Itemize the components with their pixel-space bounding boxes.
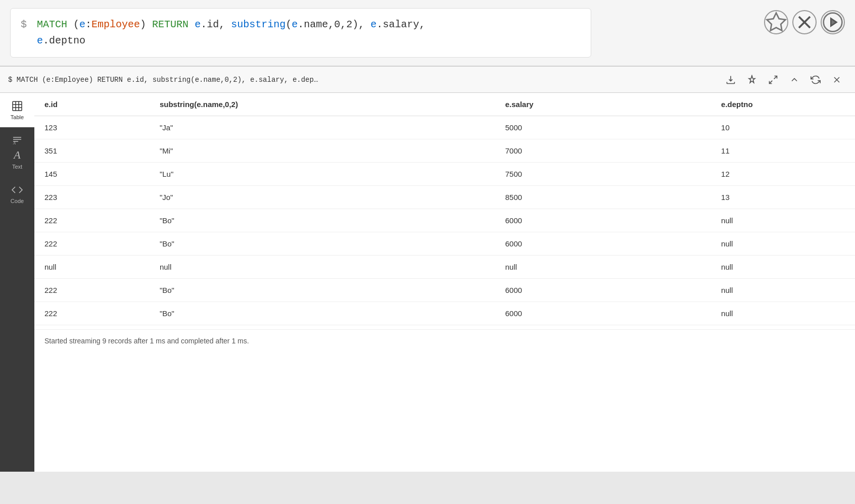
cell-name: "Jo" bbox=[150, 186, 495, 209]
cell-deptno: null bbox=[711, 209, 855, 232]
paren-close: ) bbox=[140, 17, 152, 33]
cell-id: 145 bbox=[34, 163, 150, 186]
cell-salary: 6000 bbox=[495, 209, 711, 232]
cell-name: "Ja" bbox=[150, 116, 495, 139]
play-button[interactable] bbox=[821, 10, 845, 34]
download-button[interactable] bbox=[721, 70, 741, 90]
func-args: ( bbox=[286, 17, 292, 33]
results-table: e.id substring(e.name,0,2) e.salary e.de… bbox=[34, 93, 855, 325]
dot3: . bbox=[376, 17, 383, 33]
cell-id: 222 bbox=[34, 302, 150, 325]
cell-id: 222 bbox=[34, 232, 150, 256]
entity-label: Employee bbox=[91, 17, 140, 33]
dollar-sign: $ bbox=[21, 17, 33, 33]
cell-salary: 6000 bbox=[495, 232, 711, 256]
code-icon bbox=[11, 184, 23, 196]
cell-salary: 6000 bbox=[495, 302, 711, 325]
sidebar-item-text[interactable]: A A Text bbox=[0, 127, 34, 177]
field-name-args: name, bbox=[304, 17, 334, 33]
col-header-salary: e.salary bbox=[495, 93, 711, 116]
return-keyword: RETURN bbox=[152, 17, 188, 33]
entity-alias: e bbox=[79, 17, 85, 33]
cell-deptno: 13 bbox=[711, 186, 855, 209]
field-deptno: deptno bbox=[49, 33, 85, 49]
cell-name: "Bo" bbox=[150, 279, 495, 302]
query-editor-area: $ MATCH ( e : Employee ) RETURN e . id, … bbox=[0, 0, 855, 67]
cell-deptno: 12 bbox=[711, 163, 855, 186]
main-content: Table A A Text Code bbox=[0, 93, 855, 472]
expand-button[interactable] bbox=[763, 70, 783, 90]
svg-rect-7 bbox=[13, 102, 22, 111]
chevron-up-button[interactable] bbox=[784, 70, 804, 90]
field-e1: e bbox=[195, 17, 201, 33]
col-header-deptno: e.deptno bbox=[711, 93, 855, 116]
close-button[interactable] bbox=[792, 10, 817, 34]
cell-id: 222 bbox=[34, 279, 150, 302]
cell-salary: 6000 bbox=[495, 279, 711, 302]
table-row: 222"Bo"6000null bbox=[34, 302, 855, 325]
cell-deptno: 11 bbox=[711, 139, 855, 163]
cell-deptno: null bbox=[711, 256, 855, 279]
substring-func: substring bbox=[231, 17, 286, 33]
table-container: e.id substring(e.name,0,2) e.salary e.de… bbox=[34, 93, 855, 472]
cell-salary: 5000 bbox=[495, 116, 711, 139]
cell-id: 222 bbox=[34, 209, 150, 232]
query-box[interactable]: $ MATCH ( e : Employee ) RETURN e . id, … bbox=[10, 8, 591, 58]
table-row: 222"Bo"6000null bbox=[34, 209, 855, 232]
result-query-text: $ MATCH (e:Employee) RETURN e.id, substr… bbox=[8, 76, 473, 84]
field-id: id, bbox=[207, 17, 231, 33]
sidebar: Table A A Text Code bbox=[0, 93, 34, 472]
table-label: Table bbox=[11, 114, 24, 120]
cell-deptno: null bbox=[711, 302, 855, 325]
cell-deptno: null bbox=[711, 279, 855, 302]
cell-salary: null bbox=[495, 256, 711, 279]
result-area: $ MATCH (e:Employee) RETURN e.id, substr… bbox=[0, 67, 855, 472]
cell-id: null bbox=[34, 256, 150, 279]
cell-salary: 7500 bbox=[495, 163, 711, 186]
dot4: . bbox=[43, 33, 49, 49]
arg-0: 0 bbox=[334, 17, 340, 33]
table-row: 123"Ja"500010 bbox=[34, 116, 855, 139]
status-text: Started streaming 9 records after 1 ms a… bbox=[44, 337, 249, 345]
return-fields1 bbox=[188, 17, 195, 33]
colon: : bbox=[85, 17, 91, 33]
svg-marker-4 bbox=[831, 19, 836, 26]
table-row: 351"Mi"700011 bbox=[34, 139, 855, 163]
star-button[interactable] bbox=[764, 10, 788, 34]
text-label: Text bbox=[12, 164, 22, 170]
cell-name: "Lu" bbox=[150, 163, 495, 186]
cell-id: 351 bbox=[34, 139, 150, 163]
sidebar-item-table[interactable]: Table bbox=[0, 93, 34, 127]
text-icon: A bbox=[11, 134, 23, 146]
table-row: 145"Lu"750012 bbox=[34, 163, 855, 186]
match-keyword: MATCH bbox=[37, 17, 67, 33]
col-header-name: substring(e.name,0,2) bbox=[150, 93, 495, 116]
field-e3: e bbox=[370, 17, 376, 33]
svg-text:A: A bbox=[13, 141, 16, 145]
cell-deptno: 10 bbox=[711, 116, 855, 139]
field-salary: salary, bbox=[383, 17, 425, 33]
refresh-button[interactable] bbox=[805, 70, 826, 90]
query-action-buttons bbox=[754, 8, 845, 34]
code-label: Code bbox=[11, 198, 24, 204]
table-row: 222"Bo"6000null bbox=[34, 232, 855, 256]
table-row: 222"Bo"6000null bbox=[34, 279, 855, 302]
col-header-id: e.id bbox=[34, 93, 150, 116]
cell-name: "Bo" bbox=[150, 209, 495, 232]
cell-name: "Bo" bbox=[150, 302, 495, 325]
sidebar-item-code[interactable]: Code bbox=[0, 177, 34, 211]
table-body: 123"Ja"500010351"Mi"700011145"Lu"7500122… bbox=[34, 116, 855, 325]
status-bar: Started streaming 9 records after 1 ms a… bbox=[34, 329, 855, 352]
close-result-button[interactable] bbox=[827, 70, 847, 90]
field-e4: e bbox=[37, 33, 43, 49]
dot1: . bbox=[201, 17, 207, 33]
table-icon bbox=[11, 100, 23, 112]
dot2: . bbox=[298, 17, 304, 33]
pin-button[interactable] bbox=[742, 70, 762, 90]
cell-name: "Mi" bbox=[150, 139, 495, 163]
text-icon-letter: A bbox=[14, 148, 20, 162]
table-header-row: e.id substring(e.name,0,2) e.salary e.de… bbox=[34, 93, 855, 116]
cell-name: "Bo" bbox=[150, 232, 495, 256]
cell-name: null bbox=[150, 256, 495, 279]
query-paren-open: ( bbox=[67, 17, 79, 33]
